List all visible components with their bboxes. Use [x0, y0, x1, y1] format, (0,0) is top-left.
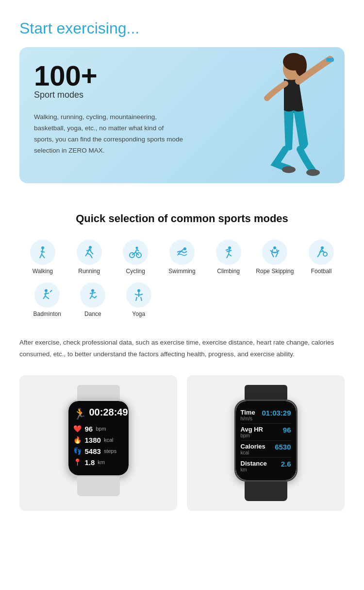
sport-yoga: Yoga — [116, 282, 162, 317]
calories-label-group: Calories kcal — [241, 443, 265, 455]
white-band-top — [77, 385, 120, 399]
description-text: After exercise, check professional data,… — [19, 337, 345, 361]
distance-label: Distance — [241, 460, 267, 467]
white-band-bottom — [77, 477, 120, 496]
svg-point-28 — [91, 289, 94, 292]
heart-value: 96 — [85, 425, 93, 433]
cycling-icon — [123, 240, 148, 265]
calorie-value: 1380 — [85, 436, 101, 444]
header-section: Start exercising... 100+ Sport modes Wal… — [0, 0, 364, 193]
svg-point-18 — [228, 246, 231, 249]
calories-data-row: Calories kcal 6530 — [241, 441, 291, 458]
hero-description: Walking, running, cycling, mountaineerin… — [34, 112, 184, 156]
sports-section: Quick selection of common sports modes W… — [0, 193, 364, 327]
sport-rope-skipping: Rope Skipping — [252, 240, 298, 275]
calories-sublabel: kcal — [241, 450, 265, 455]
running-icon — [77, 240, 102, 265]
time-sublabel: h/m/s — [241, 416, 255, 421]
svg-point-23 — [321, 246, 324, 249]
sport-badminton: Badminton — [24, 282, 70, 317]
dark-watch-case: Time h/m/s 01:03:29 Avg HR bpm 96 — [234, 399, 298, 482]
time-data-row: Time h/m/s 01:03:29 — [241, 407, 291, 424]
sport-count: 100+ — [34, 62, 184, 90]
hr-label-group: Avg HR bpm — [241, 426, 263, 438]
sport-subtitle: Sport modes — [34, 90, 184, 100]
white-watch-case: 🏃 00:28:49 ❤️ 96 bpm 🔥 1380 kcal 👣 — [67, 399, 130, 477]
sport-football: Football — [298, 240, 345, 275]
athlete-svg — [204, 47, 345, 183]
location-icon: 📍 — [73, 458, 82, 466]
hr-value: 96 — [283, 426, 291, 434]
distance-unit: km — [98, 459, 105, 465]
calorie-unit: kcal — [104, 437, 114, 443]
dance-icon — [80, 282, 105, 308]
time-label: Time — [241, 409, 255, 416]
distance-label-group: Distance km — [241, 460, 267, 472]
white-watch-time: 00:28:49 — [89, 407, 128, 418]
white-watch-wrapper: 🏃 00:28:49 ❤️ 96 bpm 🔥 1380 kcal 👣 — [67, 385, 130, 496]
sports-row-2: Badminton Dance Yoga — [19, 282, 345, 317]
yoga-label: Yoga — [132, 311, 145, 317]
description-section: After exercise, check professional data,… — [0, 327, 364, 370]
svg-rect-5 — [326, 58, 334, 62]
distance-data-row: Distance km 2.6 — [241, 458, 291, 474]
hr-label: Avg HR — [241, 426, 263, 433]
svg-line-8 — [40, 254, 42, 258]
hr-sublabel: bpm — [241, 433, 263, 438]
hero-card: 100+ Sport modes Walking, running, cycli… — [19, 47, 345, 183]
dance-label: Dance — [84, 311, 101, 317]
steps-unit: steps — [104, 448, 116, 454]
heart-row: ❤️ 96 bpm — [73, 425, 124, 433]
rope-skipping-label: Rope Skipping — [256, 268, 294, 275]
svg-line-25 — [319, 251, 323, 252]
calories-label: Calories — [241, 443, 265, 450]
sport-dance: Dance — [70, 282, 116, 317]
svg-line-27 — [44, 293, 49, 294]
calories-value: 6530 — [275, 443, 291, 451]
cycling-label: Cycling — [126, 268, 145, 275]
dark-watch-card: Time h/m/s 01:03:29 Avg HR bpm 96 — [187, 375, 345, 511]
distance-sublabel: km — [241, 467, 267, 472]
steps-icon: 👣 — [73, 447, 82, 455]
rope-skipping-icon — [262, 240, 287, 265]
watches-section: 🏃 00:28:49 ❤️ 96 bpm 🔥 1380 kcal 👣 — [0, 370, 364, 530]
sports-row-1: Walking Running Cycling Swimming Climbin… — [19, 240, 345, 275]
svg-point-15 — [136, 247, 138, 249]
svg-point-11 — [89, 246, 92, 249]
running-label: Running — [78, 268, 100, 275]
badminton-label: Badminton — [33, 311, 61, 317]
sports-title: Quick selection of common sports modes — [19, 212, 345, 225]
dark-band-bottom — [245, 482, 287, 501]
heart-icon: ❤️ — [73, 425, 82, 433]
svg-line-20 — [226, 249, 229, 250]
swimming-icon — [169, 240, 195, 265]
white-watch-screen: 🏃 00:28:49 ❤️ 96 bpm 🔥 1380 kcal 👣 — [68, 401, 129, 475]
dark-band-top — [245, 385, 287, 399]
climbing-label: Climbing — [217, 268, 240, 275]
svg-point-21 — [273, 246, 276, 249]
svg-point-4 — [282, 166, 296, 173]
dark-watch-wrapper: Time h/m/s 01:03:29 Avg HR bpm 96 — [234, 385, 298, 501]
distance-data-value: 2.6 — [281, 460, 291, 468]
football-label: Football — [311, 268, 332, 275]
fire-icon: 🔥 — [73, 436, 82, 444]
svg-point-30 — [137, 289, 140, 292]
svg-point-26 — [45, 289, 48, 292]
svg-line-29 — [90, 293, 96, 294]
sport-running: Running — [66, 240, 113, 275]
svg-point-6 — [41, 246, 44, 249]
svg-line-10 — [41, 251, 45, 252]
steps-row: 👣 5483 steps — [73, 447, 124, 455]
calorie-row: 🔥 1380 kcal — [73, 436, 124, 444]
distance-row: 📍 1.8 km — [73, 458, 124, 467]
sport-swimming: Swimming — [159, 240, 205, 275]
sport-walking: Walking — [19, 240, 66, 275]
sport-cycling: Cycling — [112, 240, 159, 275]
svg-point-24 — [323, 252, 327, 256]
time-label-group: Time h/m/s — [241, 409, 255, 421]
walking-icon — [30, 240, 55, 265]
white-watch-card: 🏃 00:28:49 ❤️ 96 bpm 🔥 1380 kcal 👣 — [19, 375, 177, 511]
hero-text: 100+ Sport modes Walking, running, cycli… — [19, 47, 199, 171]
climbing-icon — [216, 240, 241, 265]
steps-value: 5483 — [85, 447, 101, 455]
